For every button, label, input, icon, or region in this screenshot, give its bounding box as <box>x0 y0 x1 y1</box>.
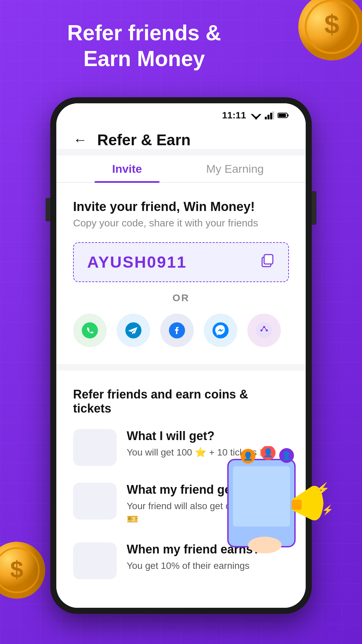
share-telegram-button[interactable] <box>117 314 150 347</box>
tab-invite[interactable]: Invite <box>73 156 181 182</box>
svg-point-22 <box>213 322 229 338</box>
share-facebook-button[interactable] <box>160 314 194 347</box>
header-line1: Refer friends & <box>20 20 268 46</box>
phone-mockup: 11:11 <box>50 97 312 614</box>
svg-point-23 <box>256 322 272 338</box>
svg-point-24 <box>260 329 262 331</box>
header-line2: Earn Money <box>20 46 268 72</box>
svg-text:👤: 👤 <box>243 451 253 461</box>
wifi-icon <box>251 111 261 119</box>
info-section-title: Refer friends and earn coins & tickets <box>73 387 289 416</box>
svg-point-26 <box>266 329 268 331</box>
signal-icon <box>265 111 274 119</box>
svg-text:⚡: ⚡ <box>315 482 330 496</box>
svg-point-25 <box>263 326 265 328</box>
svg-rect-18 <box>264 255 273 264</box>
info-item-desc-3: You get 10% of their earnings <box>127 559 260 572</box>
info-icon-box-2 <box>73 483 117 520</box>
info-item-title-1: What I will get? <box>127 429 271 443</box>
tab-my-earning[interactable]: My Earning <box>181 156 289 182</box>
header-text: Refer friends & Earn Money <box>0 20 362 72</box>
status-bar: 11:11 <box>56 103 306 124</box>
svg-rect-10 <box>265 117 267 119</box>
svg-rect-11 <box>267 115 269 119</box>
status-time: 11:11 <box>222 110 246 121</box>
referral-code-text: AYUSH0911 <box>87 253 187 271</box>
invite-subtitle: Copy your code, share it with your frien… <box>73 217 289 229</box>
svg-rect-15 <box>279 114 286 117</box>
referral-code-box[interactable]: AYUSH0911 <box>73 242 289 282</box>
app-header: ← Refer & Earn <box>56 124 306 149</box>
svg-rect-12 <box>270 113 272 119</box>
svg-rect-30 <box>233 466 290 527</box>
svg-text:$: $ <box>10 556 23 583</box>
svg-rect-13 <box>272 111 274 119</box>
page-title: Refer & Earn <box>97 131 191 149</box>
invite-section: Invite your friend, Win Money! Copy your… <box>56 183 306 364</box>
svg-rect-38 <box>292 500 302 510</box>
share-whatsapp-button[interactable] <box>73 314 107 347</box>
svg-point-19 <box>82 322 98 338</box>
copy-icon[interactable] <box>260 253 275 271</box>
battery-icon <box>278 112 289 119</box>
share-more-button[interactable] <box>247 314 281 347</box>
svg-point-41 <box>248 537 282 553</box>
status-icons <box>251 111 289 119</box>
tab-bar: Invite My Earning <box>56 156 306 183</box>
or-divider: OR <box>73 292 289 304</box>
svg-text:⚡: ⚡ <box>322 504 332 516</box>
share-messenger-button[interactable] <box>204 314 237 347</box>
svg-text:👤: 👤 <box>263 448 273 458</box>
info-icon-box-3 <box>73 542 117 579</box>
back-button[interactable]: ← <box>73 132 87 148</box>
invite-title: Invite your friend, Win Money! <box>73 200 289 214</box>
coin-decoration-bottom-left: $ <box>0 540 47 600</box>
share-buttons <box>73 314 289 347</box>
svg-text:👤: 👤 <box>282 450 292 460</box>
svg-rect-16 <box>288 114 289 116</box>
info-icon-box-1 <box>73 429 117 466</box>
megaphone-decoration: 👤 👤 👤 ⚡ ⚡ <box>225 446 332 553</box>
